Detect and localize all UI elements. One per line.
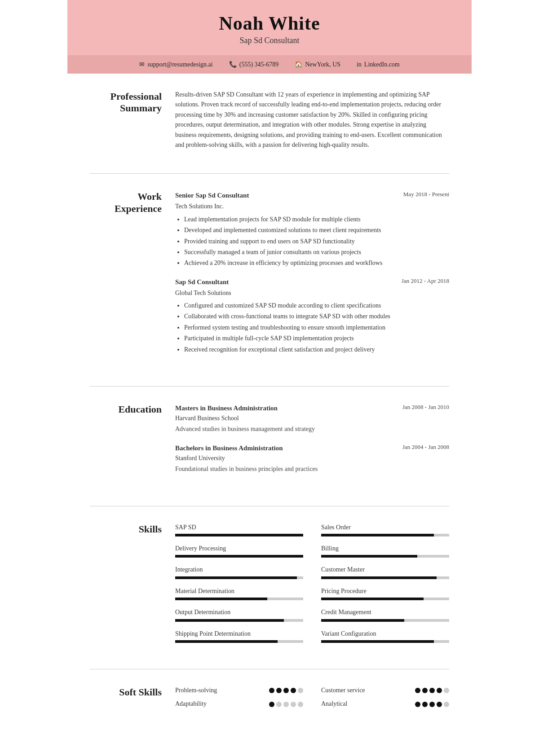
skill-item: Material Determination: [175, 586, 303, 600]
soft-skill-name: Problem-solving: [175, 686, 269, 695]
summary-section: ProfessionalSummary Results-driven SAP S…: [90, 90, 449, 157]
soft-skills-content: Problem-solving Customer service Adaptab…: [175, 686, 449, 709]
skill-bar-fill: [175, 640, 278, 643]
summary-text: Results-driven SAP SD Consultant with 12…: [175, 90, 449, 150]
skill-name: Shipping Point Determination: [175, 629, 303, 639]
soft-skills-grid: Problem-solving Customer service Adaptab…: [175, 686, 449, 709]
job-1-company: Tech Solutions Inc.: [175, 202, 449, 211]
skill-bar-bg: [175, 619, 303, 622]
edu-2-degree: Bachelors in Business Administration: [175, 443, 283, 453]
soft-skill-name: Customer service: [321, 686, 415, 695]
soft-skill-dots: [415, 702, 449, 707]
edu-1: Masters in Business Administration Jan 2…: [175, 403, 449, 435]
skill-bar-fill: [175, 576, 297, 579]
job-1-bullets: Lead implementation projects for SAP SD …: [175, 215, 449, 268]
job-1-header: Senior Sap Sd Consultant May 2018 - Pres…: [175, 190, 449, 201]
dot: [276, 688, 282, 693]
soft-skill-dots: [269, 688, 303, 693]
work-label: WorkExperience: [90, 190, 162, 363]
skill-item: Billing: [321, 544, 449, 558]
edu-2-header: Bachelors in Business Administration Jan…: [175, 443, 449, 453]
list-item: Performed system testing and troubleshoo…: [184, 323, 449, 333]
skill-bar-fill: [175, 619, 284, 622]
soft-skill-item: Adaptability: [175, 699, 303, 709]
skill-name: Pricing Procedure: [321, 586, 449, 596]
list-item: Developed and implemented customized sol…: [184, 225, 449, 235]
candidate-name: Noah White: [85, 13, 454, 34]
education-content: Masters in Business Administration Jan 2…: [175, 403, 449, 483]
job-2-company: Global Tech Solutions: [175, 288, 449, 298]
edu-2-school: Stanford University: [175, 453, 449, 463]
skill-bar-fill: [321, 534, 434, 536]
edu-2: Bachelors in Business Administration Jan…: [175, 443, 449, 475]
work-content: Senior Sap Sd Consultant May 2018 - Pres…: [175, 190, 449, 363]
soft-skill-name: Analytical: [321, 699, 415, 709]
skill-bar-bg: [321, 619, 449, 622]
dot: [429, 688, 435, 693]
candidate-title: Sap Sd Consultant: [85, 36, 454, 45]
dot: [415, 702, 420, 707]
soft-skill-name: Adaptability: [175, 699, 269, 709]
soft-skill-dots: [269, 702, 303, 707]
skill-bar-bg: [175, 640, 303, 643]
skill-item: SAP SD: [175, 523, 303, 536]
divider-2: [90, 386, 449, 387]
divider-4: [90, 669, 449, 669]
main-content: ProfessionalSummary Results-driven SAP S…: [67, 74, 472, 749]
phone-icon: 📞: [229, 61, 237, 68]
skill-name: Material Determination: [175, 586, 303, 596]
job-2-date: Jan 2012 - Apr 2018: [402, 277, 449, 286]
job-2-header: Sap Sd Consultant Jan 2012 - Apr 2018: [175, 277, 449, 287]
skill-bar-fill: [321, 640, 434, 643]
dot: [422, 702, 428, 707]
dot: [422, 688, 428, 693]
dot: [269, 688, 274, 693]
skill-bar-fill: [321, 555, 417, 558]
edu-1-degree: Masters in Business Administration: [175, 403, 278, 413]
edu-1-date: Jan 2008 - Jan 2010: [402, 403, 449, 413]
dot: [437, 702, 442, 707]
education-label: Education: [90, 403, 162, 483]
list-item: Collaborated with cross-functional teams…: [184, 312, 449, 321]
skill-item: Customer Master: [321, 565, 449, 579]
list-item: Provided training and support to end use…: [184, 237, 449, 246]
skill-name: Customer Master: [321, 565, 449, 575]
header-contact: ✉ support@resumedesign.ai 📞 (555) 345-67…: [67, 55, 472, 74]
skills-grid: SAP SD Sales Order Delivery Processing B…: [175, 523, 449, 646]
contact-linkedin: in LinkedIn.com: [357, 61, 400, 68]
skill-bar-bg: [175, 534, 303, 536]
divider-3: [90, 506, 449, 506]
soft-skill-dots: [415, 688, 449, 693]
skill-bar-bg: [321, 534, 449, 536]
dot: [415, 688, 420, 693]
list-item: Received recognition for exceptional cli…: [184, 345, 449, 355]
dot: [291, 702, 296, 707]
edu-2-desc: Foundational studies in business princip…: [175, 464, 449, 474]
education-section: Education Masters in Business Administra…: [90, 403, 449, 490]
skill-bar-fill: [175, 555, 303, 558]
dot: [283, 688, 289, 693]
dot: [298, 688, 303, 693]
skill-item: Sales Order: [321, 523, 449, 536]
dot: [276, 702, 282, 707]
linkedin-icon: in: [357, 61, 362, 68]
skill-item: Pricing Procedure: [321, 586, 449, 600]
dot: [444, 702, 449, 707]
contact-location: 🏠 NewYork, US: [295, 61, 340, 68]
skill-name: SAP SD: [175, 523, 303, 532]
skill-item: Output Determination: [175, 607, 303, 621]
soft-skills-section: Soft Skills Problem-solving Customer ser…: [90, 686, 449, 716]
skill-bar-bg: [321, 640, 449, 643]
skill-bar-bg: [175, 576, 303, 579]
dot: [283, 702, 289, 707]
contact-email: ✉ support@resumedesign.ai: [139, 61, 212, 68]
skill-name: Output Determination: [175, 607, 303, 617]
edu-1-school: Harvard Business School: [175, 413, 449, 423]
skill-bar-bg: [321, 555, 449, 558]
soft-skill-item: Problem-solving: [175, 686, 303, 695]
skill-name: Credit Management: [321, 607, 449, 617]
edu-1-desc: Advanced studies in business management …: [175, 424, 449, 434]
divider-1: [90, 173, 449, 174]
dot: [269, 702, 274, 707]
dot: [444, 688, 449, 693]
